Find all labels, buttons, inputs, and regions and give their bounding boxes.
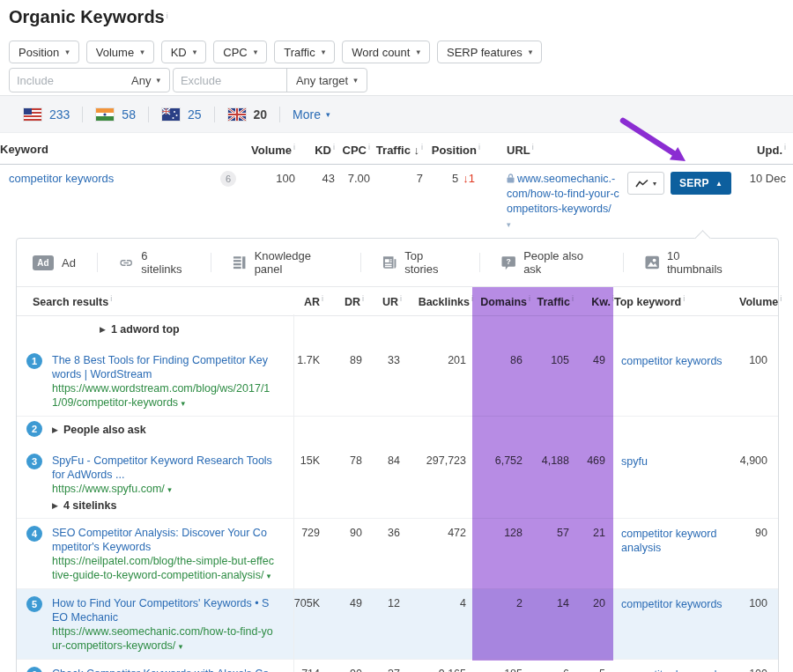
sitelinks-toggle[interactable]: ▶4 sitelinks bbox=[52, 498, 274, 513]
serp-button[interactable]: SERP▲ bbox=[671, 172, 731, 195]
exclude-input[interactable] bbox=[174, 70, 286, 90]
backlinks-value[interactable]: 472 bbox=[402, 519, 473, 588]
country-tab-australia[interactable]: 25 bbox=[149, 107, 214, 122]
backlinks-value[interactable]: 9,165 bbox=[402, 660, 473, 672]
target-dropdown[interactable]: Any target▾ bbox=[286, 69, 367, 92]
caret-down-icon: ▾ bbox=[65, 48, 70, 56]
feature-knowledge-panel: Knowledge panel bbox=[233, 253, 361, 272]
result-url-link[interactable]: www.seomechanic.-com/how-to-find-your-co… bbox=[507, 172, 619, 217]
backlinks-value[interactable]: 201 bbox=[402, 346, 473, 416]
header-position[interactable]: Positioni bbox=[423, 137, 480, 164]
lock-icon bbox=[507, 174, 515, 183]
serp-group-row: 2 ▶People also ask bbox=[17, 417, 778, 447]
header-search-results[interactable]: Search resultsi bbox=[17, 287, 293, 315]
caret-down-icon: ▾ bbox=[322, 48, 326, 56]
kw-value[interactable]: 469 bbox=[574, 447, 614, 518]
filter-word-count-button[interactable]: Word count▾ bbox=[342, 41, 430, 63]
caret-down-icon: ▾ bbox=[416, 48, 420, 56]
country-tab-india[interactable]: 58 bbox=[83, 107, 148, 122]
domains-value[interactable]: 6,752 bbox=[473, 447, 530, 518]
caret-down-icon: ▾ bbox=[254, 48, 258, 56]
header-cpc[interactable]: CPCi bbox=[335, 137, 370, 164]
ur-value: 37 bbox=[364, 660, 402, 672]
header-kw[interactable]: Kw.i bbox=[574, 287, 614, 315]
header-url[interactable]: URLi bbox=[480, 137, 621, 164]
top-keyword-link[interactable]: competitor keyword analysis bbox=[621, 519, 739, 555]
top-keyword-link[interactable]: spyfu bbox=[621, 447, 739, 469]
ar-value: 714 bbox=[293, 660, 323, 672]
group-toggle[interactable]: ▶1 adword top bbox=[47, 321, 293, 342]
header-top-keyword[interactable]: Top keywordi bbox=[614, 287, 739, 315]
caret-down-icon: ▾ bbox=[140, 48, 145, 56]
result-title-link[interactable]: The 8 Best Tools for Finding Competitor … bbox=[52, 353, 274, 381]
page-header: Organic Keywordsi bbox=[9, 7, 168, 27]
result-url-link[interactable]: https://www.wordstream.com/blog/ws/2017/… bbox=[52, 381, 274, 410]
kw-value[interactable]: 20 bbox=[574, 589, 614, 659]
header-upd[interactable]: Upd.i bbox=[727, 137, 793, 164]
backlinks-value[interactable]: 4 bbox=[402, 589, 473, 659]
kw-value[interactable]: 49 bbox=[574, 346, 614, 416]
kw-value[interactable]: 21 bbox=[574, 519, 614, 588]
dr-value: 78 bbox=[323, 447, 364, 518]
caret-up-icon: ▲ bbox=[715, 180, 723, 188]
header-backlinks[interactable]: Backlinksi bbox=[402, 287, 473, 315]
country-tabs: 233 58 25 20 More▾ bbox=[0, 95, 793, 133]
result-url-link[interactable]: https://www.seomechanic.com/how-to-find-… bbox=[52, 624, 274, 654]
domains-value[interactable]: 185 bbox=[473, 660, 530, 672]
feature-ad: Ad Ad bbox=[33, 253, 98, 272]
volume-value: 90 bbox=[739, 519, 780, 588]
keyword-link[interactable]: competitor keywords bbox=[0, 172, 114, 185]
result-title-link[interactable]: Check Competitor Keywords with Alexa's C… bbox=[52, 667, 274, 672]
group-toggle[interactable]: ▶People also ask bbox=[47, 421, 293, 442]
header-volume[interactable]: Volumei bbox=[739, 287, 780, 315]
kw-value[interactable]: 5 bbox=[574, 660, 614, 672]
header-keyword[interactable]: Keyword bbox=[0, 137, 220, 164]
domains-value[interactable]: 86 bbox=[473, 346, 530, 416]
result-title-link[interactable]: How to Find Your Competitors' Keywords •… bbox=[52, 596, 274, 624]
include-mode-dropdown[interactable]: Any▾ bbox=[122, 69, 169, 92]
us-flag-icon bbox=[23, 107, 42, 122]
ur-value: 84 bbox=[364, 447, 402, 518]
filter-position-button[interactable]: Position▾ bbox=[9, 41, 79, 63]
caret-down-icon: ▾ bbox=[193, 48, 197, 56]
header-domains[interactable]: Domainsi bbox=[473, 287, 530, 315]
filter-kd-button[interactable]: KD▾ bbox=[161, 41, 207, 63]
volume-value: 100 bbox=[251, 165, 295, 229]
info-icon: i bbox=[784, 143, 786, 151]
caret-down-icon: ▾ bbox=[156, 76, 160, 85]
caret-down-icon[interactable]: ▾ bbox=[507, 220, 619, 229]
result-url-link[interactable]: https://neilpatel.com/blog/the-simple-bu… bbox=[52, 554, 274, 583]
header-dr[interactable]: DRi bbox=[323, 287, 364, 315]
top-keyword-link[interactable]: competitor keywords bbox=[621, 589, 739, 611]
top-keyword-link[interactable]: competitor keywords bbox=[621, 346, 739, 368]
caret-down-icon: ▾ bbox=[267, 572, 271, 580]
position-history-chart-button[interactable]: ▾ bbox=[627, 172, 664, 195]
top-keyword-link[interactable]: competitor keywords bbox=[621, 660, 739, 672]
header-kd[interactable]: KDi bbox=[295, 137, 335, 164]
more-countries-link[interactable]: More▾ bbox=[280, 107, 342, 122]
domains-value[interactable]: 128 bbox=[473, 519, 530, 588]
header-volume[interactable]: Volumei bbox=[251, 137, 295, 164]
header-ur[interactable]: URi bbox=[364, 287, 402, 315]
filter-serp-features-button[interactable]: SERP features▾ bbox=[437, 41, 542, 63]
header-traffic[interactable]: Traffic ↓i bbox=[370, 137, 423, 164]
header-traffic[interactable]: Traffici bbox=[530, 287, 574, 315]
country-tab-united-states[interactable]: 233 bbox=[11, 107, 82, 122]
india-flag-icon bbox=[95, 107, 115, 122]
result-title-link[interactable]: SEO Competitor Analysis: Discover Your C… bbox=[52, 526, 274, 554]
country-tab-united-kingdom[interactable]: 20 bbox=[215, 107, 280, 122]
header-ar[interactable]: ARi bbox=[293, 287, 323, 315]
newspaper-icon bbox=[382, 255, 396, 270]
feature-sitelinks: 6 sitelinks bbox=[119, 253, 211, 272]
filter-volume-button[interactable]: Volume▾ bbox=[86, 41, 154, 63]
include-input[interactable] bbox=[10, 70, 122, 90]
filter-cpc-button[interactable]: CPC▾ bbox=[213, 41, 267, 63]
svg-text:?: ? bbox=[506, 257, 510, 266]
domains-value[interactable]: 2 bbox=[473, 589, 530, 659]
traffic-value: 57 bbox=[530, 519, 574, 588]
result-url-link[interactable]: https://www.spyfu.com/ ▾ bbox=[52, 482, 274, 497]
filter-traffic-button[interactable]: Traffic▾ bbox=[274, 41, 335, 63]
backlinks-value[interactable]: 297,723 bbox=[402, 447, 473, 518]
serp-result-row-highlighted: 5 How to Find Your Competitors' Keywords… bbox=[17, 589, 778, 660]
result-title-link[interactable]: SpyFu - Competitor Keyword Research Tool… bbox=[52, 454, 274, 482]
